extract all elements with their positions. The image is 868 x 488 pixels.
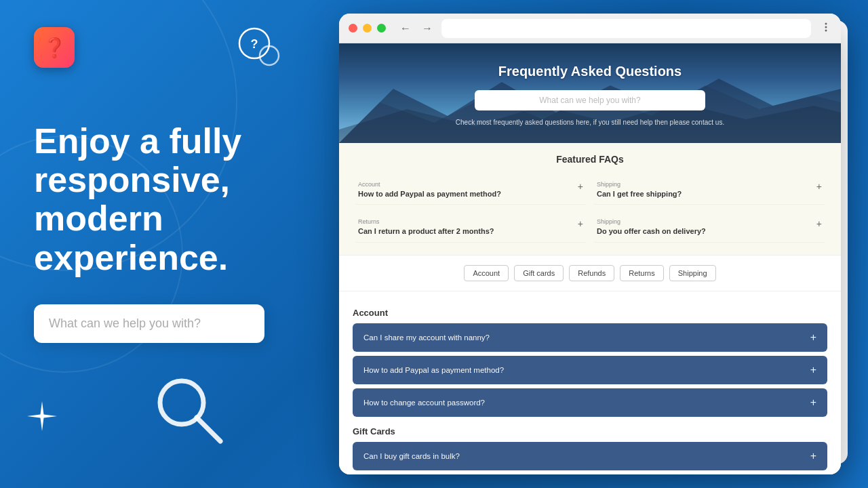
featured-item-3-category: Returns [358, 218, 572, 225]
featured-faqs-section: Featured FAQs Account How to add Paypal … [339, 143, 841, 256]
faq-item-account-1[interactable]: Can I share my account with nanny? + [353, 323, 827, 352]
tab-shipping[interactable]: Shipping [669, 265, 716, 281]
featured-item-3-expand[interactable]: + [578, 218, 583, 229]
minimize-button[interactable] [363, 24, 372, 33]
tab-gift-cards[interactable]: Gift cards [514, 265, 564, 281]
faq-item-account-3[interactable]: How to change account password? + [353, 388, 827, 417]
search-placeholder-text: What can we help you with? [49, 317, 201, 330]
featured-item-1-question: How to add Paypal as payment method? [358, 189, 572, 199]
faq-item-giftcards-1[interactable]: Can I buy gift cards in bulk? + [353, 442, 827, 470]
featured-item-1-category: Account [358, 181, 572, 188]
search-preview-box: What can we help you with? [34, 304, 264, 343]
faq-search-placeholder: What can we help you with? [539, 96, 640, 105]
featured-item-2-expand[interactable]: + [816, 181, 822, 192]
chat-bubble-icon: ? [234, 24, 281, 71]
faq-hero-section: Frequently Asked Questions What can we h… [339, 43, 841, 143]
faq-item-account-3-text: How to change account password? [363, 399, 485, 407]
faq-hero-subtitle: Check most frequently asked questions he… [353, 119, 827, 126]
faq-search-box[interactable]: What can we help you with? [475, 90, 705, 110]
nav-buttons: ← → [397, 20, 436, 37]
browser-content: Frequently Asked Questions What can we h… [339, 43, 841, 474]
faq-item-account-1-expand: + [810, 331, 816, 344]
faq-item-giftcards-1-text: Can I buy gift cards in bulk? [363, 452, 460, 460]
faq-item-account-2-expand: + [810, 364, 816, 376]
svg-point-7 [825, 30, 827, 32]
forward-button[interactable]: → [418, 20, 436, 37]
tab-returns[interactable]: Returns [620, 265, 664, 281]
faq-body: Account Can I share my account with nann… [339, 291, 841, 474]
featured-item-4-question: Do you offer cash on delivery? [597, 226, 811, 236]
browser-chrome-window: ← → [339, 14, 841, 474]
maximize-button[interactable] [377, 24, 386, 33]
back-button[interactable]: ← [397, 20, 414, 37]
featured-item-3-question: Can I return a product after 2 months? [358, 226, 572, 236]
featured-item-1-expand[interactable]: + [578, 181, 583, 192]
section-label-account: Account [353, 308, 827, 318]
tab-refunds[interactable]: Refunds [569, 265, 614, 281]
featured-faq-item-1[interactable]: Account How to add Paypal as payment met… [355, 176, 586, 205]
featured-faq-item-2[interactable]: Shipping Can I get free shipping? + [594, 176, 825, 205]
faq-item-account-2[interactable]: How to add Paypal as payment method? + [353, 356, 827, 384]
category-tabs-bar: Account Gift cards Refunds Returns Shipp… [339, 256, 841, 291]
browser-window: ← → [339, 14, 854, 481]
close-button[interactable] [349, 24, 357, 33]
left-panel: ❓ ? Enjoy a fully responsive, modern exp… [0, 0, 326, 488]
browser-menu-icon [821, 22, 831, 35]
featured-item-4-expand[interactable]: + [816, 218, 822, 229]
featured-faq-item-4[interactable]: Shipping Do you offer cash on delivery? … [594, 213, 825, 242]
main-headline: Enjoy a fully responsive, modern experie… [34, 122, 292, 277]
faq-item-account-1-text: Can I share my account with nanny? [363, 333, 490, 342]
faq-item-account-3-expand: + [810, 396, 816, 409]
url-bar[interactable] [441, 19, 811, 38]
featured-faqs-grid: Account How to add Paypal as payment met… [355, 176, 825, 243]
section-label-gift-cards: Gift Cards [353, 426, 827, 436]
svg-line-4 [197, 418, 220, 441]
browser-toolbar: ← → [339, 14, 841, 43]
faq-item-giftcards-1-expand: + [810, 450, 816, 462]
svg-point-5 [825, 23, 827, 25]
featured-item-2-question: Can I get free shipping? [597, 189, 811, 199]
svg-text:?: ? [251, 37, 258, 51]
featured-item-4-category: Shipping [597, 218, 811, 225]
app-logo: ❓ [34, 27, 75, 68]
featured-item-2-category: Shipping [597, 181, 811, 188]
search-icon-large [149, 370, 231, 454]
tab-account[interactable]: Account [464, 265, 509, 281]
faq-item-account-2-text: How to add Paypal as payment method? [363, 366, 504, 374]
featured-faq-item-3[interactable]: Returns Can I return a product after 2 m… [355, 213, 586, 242]
faq-page-title: Frequently Asked Questions [353, 64, 827, 79]
featured-faqs-title: Featured FAQs [355, 154, 825, 165]
svg-point-6 [825, 26, 827, 28]
sparkle-icon [26, 400, 58, 435]
